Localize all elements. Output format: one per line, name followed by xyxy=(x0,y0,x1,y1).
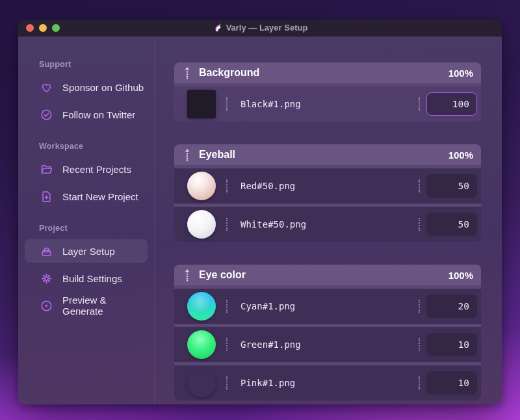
layer-thumbnail-white xyxy=(187,210,216,239)
sidebar-item-layer-setup[interactable]: Layer Setup xyxy=(25,239,148,263)
section-header: Workspace xyxy=(39,142,154,151)
layer-row[interactable]: White#50.png xyxy=(174,207,481,242)
sidebar-item-label: Layer Setup xyxy=(62,246,115,257)
title-bar[interactable]: Varly — Layer Setup xyxy=(18,20,502,36)
layer-thumbnail-red xyxy=(187,172,216,200)
layer-group-title: Eye color xyxy=(199,269,441,281)
layer-group-background: Background 100% Black#1.png xyxy=(174,62,481,122)
app-window: Varly — Layer Setup Support Sponsor on G… xyxy=(18,20,502,404)
heart-icon xyxy=(39,80,53,94)
sidebar-section-project: Project Layer Setup Build Settings xyxy=(18,224,154,317)
layer-group-opacity: 100% xyxy=(448,68,473,79)
row-divider xyxy=(419,338,420,351)
section-header: Support xyxy=(39,60,154,69)
badge-check-icon xyxy=(39,107,53,122)
file-plus-icon xyxy=(39,189,53,203)
layer-filename: White#50.png xyxy=(240,219,419,230)
sidebar-item-label: Sponsor on Github xyxy=(62,82,144,93)
sidebar-item-label: Start New Project xyxy=(62,191,138,202)
sidebar-item-build-settings[interactable]: Build Settings xyxy=(25,267,148,290)
traffic-lights xyxy=(26,24,60,32)
layer-weight-input[interactable] xyxy=(426,371,477,395)
sidebar-item-preview-generate[interactable]: Preview & Generate xyxy=(25,294,148,317)
layer-group-title: Background xyxy=(199,67,441,79)
row-divider xyxy=(419,179,420,192)
layer-row[interactable]: Red#50.png xyxy=(174,168,481,203)
layer-group-title: Eyeball xyxy=(199,149,441,161)
layer-filename: Red#50.png xyxy=(240,181,419,191)
layer-filename: Cyan#1.png xyxy=(240,301,419,311)
layer-group-eye-color: Eye color 100% Cyan#1.png Green#1.png xyxy=(174,265,481,400)
layer-filename: Black#1.png xyxy=(240,99,419,109)
minimize-button[interactable] xyxy=(39,24,47,32)
layer-group-header[interactable]: Eyeball 100% xyxy=(174,144,481,165)
folder-open-icon xyxy=(39,162,53,176)
layers-icon xyxy=(39,244,53,258)
layer-weight-input[interactable] xyxy=(426,295,477,318)
layer-row[interactable]: Green#1.png xyxy=(174,327,481,362)
sidebar-item-follow-on-twitter[interactable]: Follow on Twitter xyxy=(25,103,148,126)
layer-group-header[interactable]: Background 100% xyxy=(174,62,481,83)
layer-setup-panel: Background 100% Black#1.png xyxy=(155,36,502,404)
layer-weight-input[interactable] xyxy=(426,174,477,198)
row-divider xyxy=(226,179,228,192)
sidebar-section-support: Support Sponsor on Github Follow on Twit… xyxy=(18,60,154,126)
layer-weight-input[interactable] xyxy=(426,333,477,356)
row-divider xyxy=(226,218,228,231)
unicorn-icon xyxy=(213,23,222,33)
sidebar-item-label: Build Settings xyxy=(62,273,122,284)
layer-group-opacity: 100% xyxy=(448,270,473,281)
layer-row[interactable]: Cyan#1.png xyxy=(174,289,481,324)
drag-handle-icon[interactable] xyxy=(183,269,191,282)
layer-row[interactable]: Black#1.png xyxy=(174,86,481,122)
section-header: Project xyxy=(39,224,154,233)
layer-thumbnail-cyan xyxy=(187,292,216,321)
window-title-text: Varly — Layer Setup xyxy=(226,23,308,33)
row-divider xyxy=(419,98,420,111)
drag-handle-icon[interactable] xyxy=(183,148,191,161)
layer-thumbnail-green xyxy=(187,330,216,359)
zoom-button[interactable] xyxy=(52,24,60,32)
layer-filename: Pink#1.png xyxy=(240,378,419,388)
row-divider xyxy=(226,300,228,313)
layer-group-eyeball: Eyeball 100% Red#50.png White#50.png xyxy=(174,144,481,242)
sidebar-item-label: Follow on Twitter xyxy=(62,109,135,120)
sidebar-item-sponsor-on-github[interactable]: Sponsor on Github xyxy=(25,75,148,99)
layer-thumbnail-black xyxy=(187,90,216,118)
layer-row[interactable]: Pink#1.png xyxy=(174,365,481,400)
sidebar: Support Sponsor on Github Follow on Twit… xyxy=(18,36,155,404)
layer-thumbnail-pink xyxy=(187,369,216,397)
layer-weight-input[interactable] xyxy=(426,92,477,116)
layer-group-header[interactable]: Eye color 100% xyxy=(174,265,481,285)
row-divider xyxy=(226,376,228,389)
close-button[interactable] xyxy=(26,24,34,32)
layer-filename: Green#1.png xyxy=(240,339,419,350)
drag-handle-icon[interactable] xyxy=(183,66,191,79)
sidebar-item-start-new-project[interactable]: Start New Project xyxy=(25,185,148,208)
row-divider xyxy=(419,376,420,389)
play-circle-icon xyxy=(39,298,53,313)
row-divider xyxy=(419,300,420,313)
sidebar-item-label: Preview & Generate xyxy=(62,295,148,317)
layer-weight-input[interactable] xyxy=(426,213,477,236)
sidebar-item-recent-projects[interactable]: Recent Projects xyxy=(25,157,148,181)
layer-group-opacity: 100% xyxy=(448,150,473,161)
gear-icon xyxy=(39,271,53,285)
sidebar-section-workspace: Workspace Recent Projects Start New Proj… xyxy=(18,142,154,208)
row-divider xyxy=(419,218,420,231)
row-divider xyxy=(226,98,228,111)
row-divider xyxy=(226,338,228,351)
sidebar-item-label: Recent Projects xyxy=(62,164,131,175)
window-title: Varly — Layer Setup xyxy=(213,23,308,33)
